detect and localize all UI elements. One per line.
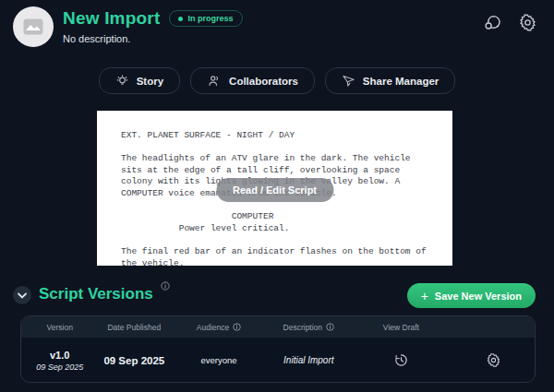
version-settings-button[interactable]: [486, 352, 501, 368]
section-info-icon[interactable]: [161, 281, 170, 291]
column-header-date-published: Date Published: [98, 323, 170, 332]
column-header-audience-label: Audience: [197, 323, 229, 332]
date-published-cell: 09 Sep 2025: [98, 355, 170, 366]
view-draft-button[interactable]: [393, 352, 409, 368]
page-title: New Import: [63, 8, 160, 29]
project-avatar[interactable]: [13, 6, 54, 47]
status-badge-label: In progress: [187, 14, 233, 23]
section-title: Script Versions: [39, 285, 153, 303]
read-edit-script-button[interactable]: Read / Edit Script: [216, 178, 333, 202]
collaborators-button-label: Collaborators: [229, 76, 298, 87]
lightbulb-icon: [115, 74, 129, 88]
share-manager-button-label: Share Manager: [363, 76, 439, 87]
gear-icon: [518, 13, 537, 32]
audience-info-icon[interactable]: [233, 323, 241, 331]
row-actions-cell: [452, 352, 535, 368]
collaborators-button[interactable]: Collaborators: [190, 67, 315, 94]
column-header-description-label: Description: [283, 323, 323, 332]
clock-history-icon: [393, 352, 409, 368]
project-nav: Story Collaborators Share Manager: [0, 67, 554, 94]
status-dot-icon: [178, 17, 183, 21]
app-header: New Import In progress No description.: [13, 6, 541, 51]
description-value: Initial Import: [283, 355, 333, 365]
version-row[interactable]: v1.0 09 Sep 2025 09 Sep 2025 everyone In…: [21, 338, 535, 383]
save-new-version-button[interactable]: + Save New Version: [407, 283, 536, 308]
story-button-label: Story: [137, 76, 163, 87]
audience-value: everyone: [200, 355, 236, 365]
share-manager-button[interactable]: Share Manager: [325, 67, 455, 94]
title-block: New Import In progress No description.: [63, 8, 243, 44]
plus-icon: +: [421, 290, 428, 303]
feedback-button[interactable]: [483, 13, 502, 32]
gear-icon: [486, 352, 501, 368]
chat-bubbles-icon: [483, 13, 502, 32]
collapse-section-button[interactable]: [13, 286, 31, 304]
column-header-view-draft: View Draft: [350, 323, 452, 332]
table-header-row: Version Date Published Audience Descript…: [21, 316, 535, 338]
image-placeholder-icon: [23, 18, 43, 35]
version-date: 09 Sep 2025: [36, 362, 83, 372]
version-number: v1.0: [50, 350, 69, 361]
settings-button[interactable]: [518, 13, 537, 32]
script-versions-header: Script Versions + Save New Version: [13, 281, 536, 309]
story-button[interactable]: Story: [99, 67, 180, 94]
versions-table: Version Date Published Audience Descript…: [20, 315, 536, 383]
header-icons: [483, 13, 537, 32]
script-preview-panel[interactable]: EXT. PLANET SURFACE - NIGHT / DAY The he…: [97, 111, 452, 266]
audience-cell: everyone: [170, 355, 268, 365]
description-info-icon[interactable]: [326, 323, 334, 331]
column-header-description: Description: [268, 323, 350, 332]
status-badge: In progress: [169, 10, 243, 27]
column-header-audience: Audience: [170, 323, 268, 332]
save-new-version-label: Save New Version: [435, 291, 522, 302]
paper-plane-icon: [342, 74, 355, 88]
project-description: No description.: [63, 33, 243, 44]
description-cell: Initial Import: [268, 355, 350, 365]
chevron-down-icon: [18, 292, 27, 299]
view-draft-cell: [350, 352, 452, 368]
date-published-value: 09 Sep 2025: [103, 355, 164, 366]
version-cell: v1.0 09 Sep 2025: [21, 350, 98, 372]
people-icon: [207, 74, 222, 88]
column-header-version: Version: [21, 323, 98, 332]
